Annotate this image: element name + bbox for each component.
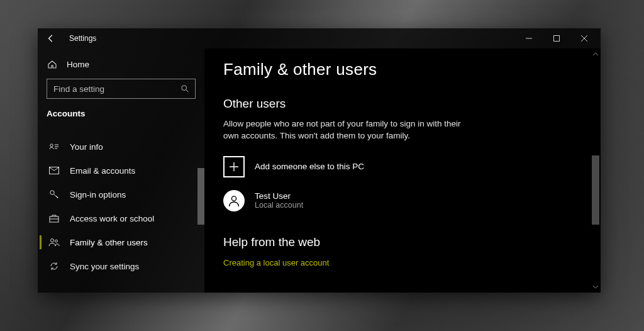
scroll-up-button[interactable]: [592, 50, 599, 59]
svg-point-4: [50, 191, 54, 194]
sidebar-item-access-work-school[interactable]: Access work or school: [38, 206, 204, 230]
add-user-button[interactable]: Add someone else to this PC: [223, 156, 582, 177]
window-title: Settings: [62, 34, 96, 43]
page-title: Family & other users: [223, 60, 582, 79]
home-label: Home: [67, 60, 89, 69]
avatar: [223, 190, 245, 211]
svg-point-1: [182, 86, 187, 91]
sidebar: Home Accounts Your info: [38, 48, 204, 293]
sidebar-item-signin-options[interactable]: Sign-in options: [38, 182, 204, 206]
svg-point-2: [50, 144, 53, 147]
people-icon: [48, 237, 60, 248]
sidebar-section-label: Accounts: [38, 108, 204, 120]
user-info: Test User Local account: [255, 191, 303, 210]
search-box: [47, 79, 196, 99]
plus-box-icon: [223, 156, 245, 177]
mail-icon: [48, 165, 60, 176]
arrow-left-icon: [47, 34, 55, 43]
person-card-icon: [48, 141, 60, 152]
user-name: Test User: [255, 191, 303, 201]
help-link-create-local-user[interactable]: Creating a local user account: [223, 258, 329, 267]
maximize-button[interactable]: [543, 28, 570, 48]
svg-point-7: [55, 240, 58, 242]
sidebar-item-label: Email & accounts: [70, 166, 135, 176]
main-scrollbar-thumb[interactable]: [592, 155, 599, 225]
user-type: Local account: [255, 201, 303, 210]
sidebar-item-label: Sign-in options: [70, 190, 126, 199]
other-users-description: Allow people who are not part of your fa…: [223, 118, 469, 142]
sidebar-item-email-accounts[interactable]: Email & accounts: [38, 159, 204, 182]
main-content: Family & other users Other users Allow p…: [204, 48, 601, 293]
key-icon: [48, 189, 60, 200]
svg-point-6: [51, 239, 54, 242]
help-heading: Help from the web: [223, 235, 582, 249]
sidebar-nav: Your info Email & accounts Sign-in optio…: [38, 135, 204, 293]
sync-icon: [48, 261, 60, 272]
home-icon: [47, 59, 58, 70]
other-users-heading: Other users: [223, 97, 582, 111]
sidebar-item-family-other-users[interactable]: Family & other users: [38, 230, 204, 254]
person-icon: [227, 194, 241, 208]
search-input[interactable]: [47, 79, 196, 99]
back-button[interactable]: [47, 34, 62, 43]
briefcase-icon: [48, 213, 60, 224]
user-row[interactable]: Test User Local account: [223, 190, 582, 211]
minimize-button[interactable]: [515, 28, 543, 48]
sidebar-scrollbar-thumb[interactable]: [197, 168, 204, 225]
add-user-label: Add someone else to this PC: [255, 162, 364, 171]
close-icon: [581, 35, 587, 42]
scroll-down-button[interactable]: [592, 283, 599, 291]
sidebar-item-your-info[interactable]: Your info: [38, 135, 204, 159]
sidebar-item-sync-settings[interactable]: Sync your settings: [38, 254, 204, 278]
minimize-icon: [526, 35, 532, 42]
home-nav[interactable]: Home: [38, 55, 204, 74]
svg-point-8: [231, 196, 236, 201]
chevron-up-icon: [592, 52, 599, 57]
sidebar-item-label: Sync your settings: [70, 262, 139, 271]
plus-icon: [229, 162, 239, 172]
chevron-down-icon: [592, 284, 599, 289]
titlebar: Settings: [38, 28, 601, 48]
search-icon: [180, 84, 189, 93]
svg-rect-0: [554, 36, 560, 42]
sidebar-item-label: Family & other users: [70, 238, 148, 247]
settings-window: Settings Home: [38, 28, 601, 293]
sidebar-item-label: Access work or school: [70, 214, 154, 223]
sidebar-item-label: Your info: [70, 142, 103, 152]
maximize-icon: [553, 35, 560, 42]
close-button[interactable]: [570, 28, 598, 48]
